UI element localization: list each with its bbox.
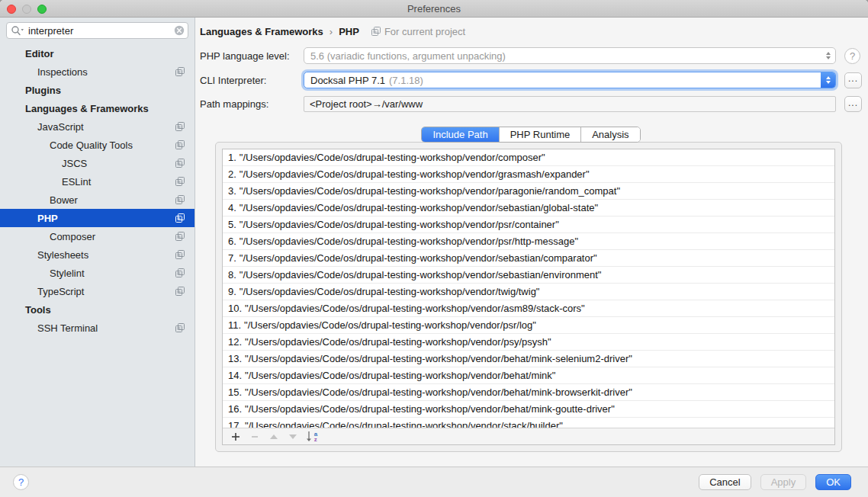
tab-include-path[interactable]: Include Path bbox=[422, 127, 499, 142]
sidebar-item[interactable]: JavaScript bbox=[0, 117, 194, 136]
shared-settings-icon bbox=[175, 67, 185, 76]
shared-settings-icon bbox=[175, 159, 185, 168]
shared-settings-icon bbox=[175, 323, 185, 332]
shared-settings-icon bbox=[175, 177, 185, 186]
sidebar-item[interactable]: ESLint bbox=[0, 172, 194, 191]
path-mappings-label: Path mappings: bbox=[200, 98, 304, 110]
list-toolbar: a z bbox=[223, 428, 834, 444]
include-path-row[interactable]: 2. "/Users/opdavies/Code/os/drupal-testi… bbox=[223, 166, 834, 183]
remove-path-button[interactable] bbox=[245, 429, 264, 444]
minimize-button[interactable] bbox=[22, 5, 31, 14]
path-mappings-value: <Project root>→/var/www bbox=[310, 98, 423, 110]
titlebar: Preferences bbox=[0, 0, 868, 18]
sidebar-item[interactable]: Composer bbox=[0, 227, 194, 245]
include-path-row[interactable]: 8. "/Users/opdavies/Code/os/drupal-testi… bbox=[223, 267, 834, 284]
sidebar-item[interactable]: PHP bbox=[0, 209, 194, 227]
search-input[interactable] bbox=[6, 22, 188, 39]
sidebar-item[interactable]: Stylelint bbox=[0, 264, 194, 282]
cli-interpreter-version: (7.1.18) bbox=[389, 75, 423, 86]
sidebar-item[interactable]: Stylesheets bbox=[0, 245, 194, 264]
move-up-button[interactable] bbox=[264, 429, 283, 444]
tab-php-runtime[interactable]: PHP Runtime bbox=[500, 127, 582, 142]
clear-search-icon[interactable] bbox=[174, 25, 185, 36]
include-path-row[interactable]: 15. "/Users/opdavies/Code/os/drupal-test… bbox=[223, 384, 834, 401]
include-path-row[interactable]: 4. "/Users/opdavies/Code/os/drupal-testi… bbox=[223, 200, 834, 216]
shared-settings-icon bbox=[175, 232, 185, 241]
cancel-button[interactable]: Cancel bbox=[699, 474, 751, 490]
close-button[interactable] bbox=[7, 5, 16, 14]
include-path-row[interactable]: 11. "/Users/opdavies/Code/os/drupal-test… bbox=[223, 317, 834, 334]
for-current-project-label: For current project bbox=[384, 26, 465, 37]
php-language-level-value: 5.6 (variadic functions, argument unpack… bbox=[310, 50, 506, 62]
php-settings-page: Languages & Frameworks › PHP For current… bbox=[195, 18, 868, 467]
path-mappings-browse-button[interactable]: ... bbox=[844, 96, 862, 112]
zoom-button[interactable] bbox=[37, 5, 47, 14]
shared-settings-icon bbox=[371, 27, 381, 36]
breadcrumb-languages-frameworks[interactable]: Languages & Frameworks bbox=[200, 26, 323, 37]
sidebar-item[interactable]: JSCS bbox=[0, 154, 194, 172]
include-path-row[interactable]: 16. "/Users/opdavies/Code/os/drupal-test… bbox=[223, 401, 834, 418]
path-mappings-row: Path mappings: <Project root>→/var/www .… bbox=[200, 96, 862, 112]
sidebar-item[interactable]: Tools bbox=[0, 300, 194, 319]
breadcrumb-php: PHP bbox=[339, 26, 359, 37]
include-path-row[interactable]: 6. "/Users/opdavies/Code/os/drupal-testi… bbox=[223, 233, 834, 250]
search-field-wrap bbox=[6, 22, 188, 39]
for-current-project: For current project bbox=[371, 26, 465, 37]
include-path-list[interactable]: 1. "/Users/opdavies/Code/os/drupal-testi… bbox=[223, 149, 834, 428]
include-path-row[interactable]: 3. "/Users/opdavies/Code/os/drupal-testi… bbox=[223, 183, 834, 200]
move-down-button[interactable] bbox=[283, 429, 302, 444]
php-language-level-select[interactable]: 5.6 (variadic functions, argument unpack… bbox=[304, 47, 836, 64]
shared-settings-icon bbox=[175, 268, 185, 277]
ok-button[interactable]: OK bbox=[815, 474, 851, 490]
tab-analysis[interactable]: Analysis bbox=[581, 127, 639, 142]
sidebar-item[interactable]: Editor bbox=[0, 44, 194, 63]
include-path-panel: 1. "/Users/opdavies/Code/os/drupal-testi… bbox=[215, 142, 842, 452]
php-language-level-row: PHP language level: 5.6 (variadic functi… bbox=[200, 47, 862, 64]
sort-alphabetically-button[interactable]: a z bbox=[302, 429, 321, 444]
sidebar-item[interactable]: Plugins bbox=[0, 81, 194, 99]
help-icon[interactable]: ? bbox=[844, 48, 860, 64]
include-path-row[interactable]: 17. "/Users/opdavies/Code/os/drupal-test… bbox=[223, 418, 834, 428]
apply-button[interactable]: Apply bbox=[760, 474, 807, 490]
include-path-listbox: 1. "/Users/opdavies/Code/os/drupal-testi… bbox=[222, 149, 835, 445]
cli-interpreter-row: CLI Interpreter: Docksal PHP 7.1 (7.1.18… bbox=[200, 72, 862, 88]
path-mappings-field[interactable]: <Project root>→/var/www bbox=[304, 96, 836, 112]
sidebar-item[interactable]: Bower bbox=[0, 191, 194, 209]
include-path-row[interactable]: 14. "/Users/opdavies/Code/os/drupal-test… bbox=[223, 367, 834, 384]
cli-interpreter-browse-button[interactable]: ... bbox=[844, 72, 862, 88]
include-path-row[interactable]: 1. "/Users/opdavies/Code/os/drupal-testi… bbox=[223, 149, 834, 166]
traffic-lights bbox=[7, 0, 47, 18]
include-path-row[interactable]: 9. "/Users/opdavies/Code/os/drupal-testi… bbox=[223, 284, 834, 300]
window-title: Preferences bbox=[407, 3, 461, 14]
settings-tree: Editor Inspections bbox=[0, 44, 194, 337]
search-icon[interactable] bbox=[11, 25, 24, 36]
shared-settings-icon bbox=[175, 213, 185, 223]
dialog-footer: ? Cancel Apply OK bbox=[0, 467, 868, 497]
sidebar-item[interactable]: Code Quality Tools bbox=[0, 136, 194, 154]
sidebar-item[interactable]: Languages & Frameworks bbox=[0, 99, 194, 117]
cli-interpreter-select[interactable]: Docksal PHP 7.1 (7.1.18) bbox=[304, 72, 836, 88]
include-path-row[interactable]: 7. "/Users/opdavies/Code/os/drupal-testi… bbox=[223, 250, 834, 267]
cli-interpreter-value: Docksal PHP 7.1 bbox=[310, 75, 385, 86]
shared-settings-icon bbox=[175, 140, 185, 149]
include-path-row[interactable]: 10. "/Users/opdavies/Code/os/drupal-test… bbox=[223, 300, 834, 317]
include-path-row[interactable]: 13. "/Users/opdavies/Code/os/drupal-test… bbox=[223, 351, 834, 367]
sidebar-item[interactable]: SSH Terminal bbox=[0, 319, 194, 337]
shared-settings-icon bbox=[175, 195, 185, 204]
preferences-window: Preferences bbox=[0, 0, 868, 497]
help-button[interactable]: ? bbox=[13, 474, 29, 490]
shared-settings-icon bbox=[175, 250, 185, 259]
settings-sidebar: Editor Inspections bbox=[0, 18, 195, 467]
sidebar-item[interactable]: TypeScript bbox=[0, 282, 194, 300]
sidebar-item[interactable]: Inspections bbox=[0, 63, 194, 81]
include-path-row[interactable]: 12. "/Users/opdavies/Code/os/drupal-test… bbox=[223, 334, 834, 351]
shared-settings-icon bbox=[175, 122, 185, 131]
sort-az-icon: a z bbox=[314, 431, 317, 442]
breadcrumb-separator-icon: › bbox=[330, 26, 333, 37]
add-path-button[interactable] bbox=[226, 429, 245, 444]
include-path-row[interactable]: 5. "/Users/opdavies/Code/os/drupal-testi… bbox=[223, 216, 834, 233]
chevron-updown-icon bbox=[821, 48, 835, 63]
breadcrumb: Languages & Frameworks › PHP For current… bbox=[200, 25, 862, 37]
chevron-updown-icon bbox=[821, 72, 835, 88]
shared-settings-icon bbox=[175, 287, 185, 296]
